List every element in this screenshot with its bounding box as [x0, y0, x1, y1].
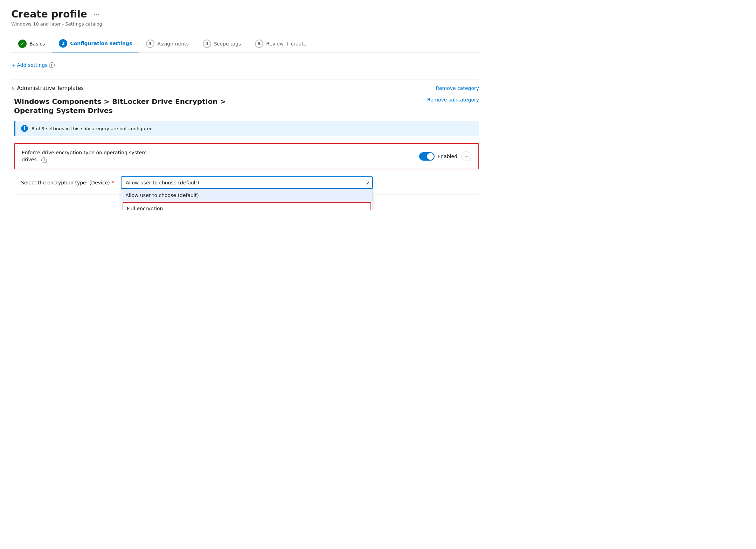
step-basics[interactable]: ✓ Basics	[11, 35, 52, 52]
step-scope-label: Scope tags	[214, 41, 241, 47]
toggle-label: Enabled	[437, 154, 457, 159]
step-review[interactable]: 5 Review + create	[248, 35, 313, 52]
setting-left: Enforce drive encryption type on operati…	[22, 149, 155, 163]
category-row: ∧ Administrative Templates Remove catego…	[11, 85, 479, 91]
step-configuration-circle: 2	[59, 39, 67, 48]
dropdown-option-full[interactable]: Full encryption	[123, 202, 371, 210]
required-star: *	[111, 180, 114, 185]
step-review-circle: 5	[255, 40, 263, 48]
step-basics-circle: ✓	[18, 40, 27, 48]
divider-top	[11, 79, 479, 79]
page-container: Create profile ··· Windows 10 and later …	[0, 0, 490, 210]
minimize-button[interactable]: −	[462, 152, 471, 161]
encryption-type-label: Select the encryption type: (Device) *	[21, 180, 114, 185]
step-assignments-label: Assignments	[157, 41, 189, 47]
step-configuration[interactable]: 2 Configuration settings	[52, 35, 139, 52]
subcategory-title: Windows Components > BitLocker Drive Enc…	[14, 97, 259, 115]
step-scope-circle: 4	[203, 40, 211, 48]
minimize-icon: −	[465, 153, 468, 160]
remove-subcategory-link[interactable]: Remove subcategory	[427, 97, 479, 103]
setting-row: Enforce drive encryption type on operati…	[14, 143, 479, 169]
add-settings-info-icon: i	[49, 62, 55, 68]
subcategory-header: Windows Components > BitLocker Drive Enc…	[14, 97, 479, 115]
encryption-type-dropdown-list: Allow user to choose (default) Full encr…	[121, 189, 373, 210]
step-scope[interactable]: 4 Scope tags	[196, 35, 248, 52]
dropdown-option-allow[interactable]: Allow user to choose (default)	[121, 189, 373, 202]
category-chevron-icon: ∧	[11, 86, 14, 91]
info-banner-icon: i	[21, 125, 28, 132]
setting-right: Enabled −	[419, 152, 471, 161]
enable-toggle[interactable]	[419, 152, 435, 161]
remove-category-link[interactable]: Remove category	[436, 85, 479, 91]
add-settings-link[interactable]: + Add settings i	[11, 62, 55, 68]
subcategory-block: Windows Components > BitLocker Drive Enc…	[14, 97, 479, 195]
step-assignments-circle: 3	[146, 40, 154, 48]
step-configuration-label: Configuration settings	[70, 41, 132, 46]
setting-label: Enforce drive encryption type on operati…	[22, 149, 155, 163]
encryption-type-row: Select the encryption type: (Device) * A…	[14, 176, 479, 189]
category-left: ∧ Administrative Templates	[11, 85, 84, 91]
page-title: Create profile	[11, 8, 87, 20]
step-basics-label: Basics	[29, 41, 45, 47]
add-settings-text: + Add settings	[11, 62, 48, 68]
step-review-label: Review + create	[266, 41, 306, 47]
page-subtitle: Windows 10 and later - Settings catalog	[11, 21, 479, 27]
info-banner: i 8 of 9 settings in this subcategory ar…	[14, 121, 479, 136]
encryption-type-dropdown-wrapper: Allow user to choose (default) ∨ Allow u…	[121, 176, 373, 189]
encryption-type-dropdown[interactable]: Allow user to choose (default)	[121, 176, 373, 189]
wizard-steps: ✓ Basics 2 Configuration settings 3 Assi…	[11, 35, 479, 52]
category-name: Administrative Templates	[17, 85, 84, 91]
ellipsis-button[interactable]: ···	[91, 9, 102, 20]
toggle-thumb	[427, 153, 434, 160]
step-assignments[interactable]: 3 Assignments	[139, 35, 196, 52]
setting-info-icon: i	[41, 157, 47, 163]
toggle-container: Enabled	[419, 152, 457, 161]
page-title-row: Create profile ···	[11, 8, 479, 20]
info-banner-text: 8 of 9 settings in this subcategory are …	[32, 126, 153, 131]
